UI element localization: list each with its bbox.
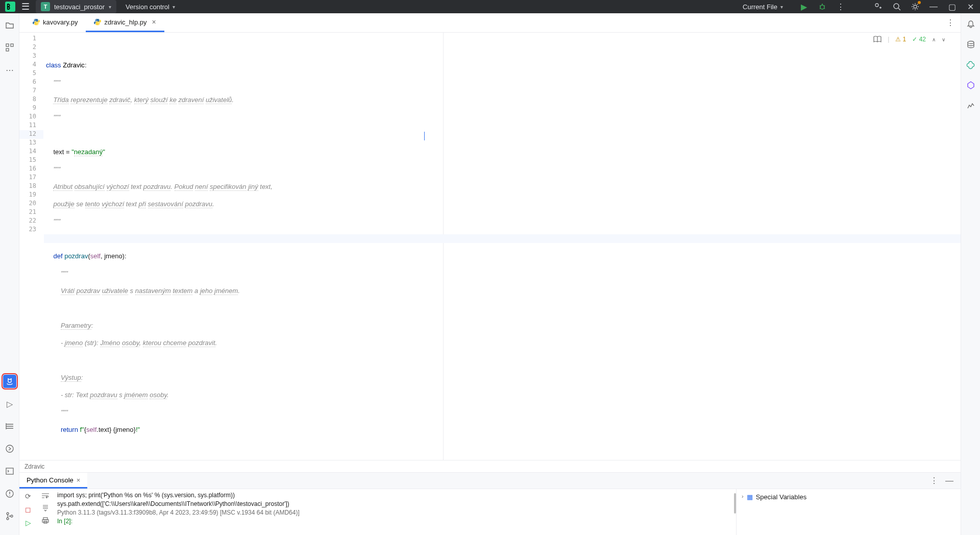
vertical-scrollbar[interactable]: [733, 489, 736, 535]
svg-point-25: [99, 24, 99, 25]
chevron-down-icon: ▾: [780, 4, 783, 10]
plugin-tool-icon[interactable]: [965, 80, 976, 91]
console-tab[interactable]: Python Console ×: [19, 473, 87, 489]
expand-chevron-icon[interactable]: ›: [27, 532, 30, 535]
settings-icon[interactable]: [911, 2, 920, 11]
run-config-label: Current File: [743, 3, 777, 11]
console-line: Python 3.11.3 (tags/v3.11.3:f3909b8, Apr…: [57, 508, 730, 517]
tab-label: zdravic_hlp.py: [104, 18, 146, 26]
console-line: import sys; print('Python %s on %s' % (s…: [57, 491, 730, 500]
svg-point-21: [11, 515, 13, 517]
stop-icon[interactable]: ◻: [25, 505, 31, 514]
svg-point-14: [6, 445, 13, 452]
run-icon[interactable]: ▶: [799, 2, 808, 11]
main-menu-icon[interactable]: ☰: [21, 1, 30, 12]
python-file-icon: [94, 18, 101, 26]
more-vertical-icon[interactable]: ⋮: [930, 476, 938, 485]
svg-rect-15: [6, 468, 13, 474]
minimize-icon[interactable]: —: [929, 2, 938, 11]
version-control-label: Version control: [126, 3, 169, 11]
debug-icon[interactable]: [818, 2, 827, 11]
svg-point-10: [914, 5, 917, 8]
run-config-selector[interactable]: Current File ▾: [743, 3, 783, 11]
close-icon[interactable]: ×: [77, 476, 81, 484]
svg-line-9: [898, 8, 900, 10]
close-icon[interactable]: ×: [152, 18, 156, 26]
python-file-icon: [33, 18, 40, 26]
vcs-tool-icon[interactable]: [3, 509, 16, 523]
svg-point-23: [37, 24, 38, 25]
svg-rect-12: [11, 44, 13, 46]
execute-icon[interactable]: ▷: [26, 519, 31, 527]
structure-tool-icon[interactable]: [3, 41, 16, 54]
editor-tabs: kavovary.py zdravic_hlp.py × ⋮: [19, 13, 961, 33]
project-selector[interactable]: T testovaci_prostor ▾: [36, 0, 116, 13]
console-tab-label: Python Console: [27, 476, 74, 484]
sciview-tool-icon[interactable]: [965, 100, 976, 111]
code-editor[interactable]: | ⚠ 1 ✓ 42 ∧ ∨ 1234567891011121314151617…: [19, 33, 961, 460]
python-console-panel: Python Console × ⋮ — ⟳ ◻ ▷ ›: [19, 472, 961, 535]
editor-breadcrumbs[interactable]: Zdravic: [19, 460, 961, 472]
chevron-right-icon[interactable]: ›: [742, 493, 744, 499]
more-vertical-icon[interactable]: ⋮: [836, 2, 845, 11]
services-tool-icon[interactable]: [3, 420, 16, 433]
expand-chevron-icon[interactable]: ›: [3, 532, 16, 535]
maximize-icon[interactable]: ▢: [947, 2, 957, 11]
search-icon[interactable]: [892, 2, 901, 11]
scroll-to-end-icon[interactable]: [42, 504, 49, 512]
tab-zdravic-hlp[interactable]: zdravic_hlp.py ×: [86, 13, 164, 32]
svg-point-1: [820, 5, 824, 9]
ide-logo: [5, 2, 15, 12]
project-letter-icon: T: [41, 2, 50, 11]
svg-line-4: [824, 6, 825, 6]
text-cursor: [424, 132, 425, 140]
editor-column: kavovary.py zdravic_hlp.py × ⋮ | ⚠ 1 ✓ 4…: [19, 13, 961, 535]
svg-point-18: [9, 495, 10, 496]
svg-point-29: [968, 41, 974, 44]
database-tool-icon[interactable]: [965, 39, 976, 50]
console-line: sys.path.extend(['C:\\Users\\karel\\Docu…: [57, 500, 730, 508]
tab-kavovary[interactable]: kavovary.py: [24, 13, 86, 32]
tab-label: kavovary.py: [43, 18, 78, 26]
svg-rect-13: [6, 48, 9, 51]
special-variables-label: Special Variables: [756, 493, 806, 501]
svg-line-6: [824, 8, 825, 9]
project-tool-icon[interactable]: [3, 18, 16, 32]
run-tool-icon[interactable]: ▷: [3, 397, 16, 410]
python-console-tool-icon[interactable]: [3, 442, 16, 455]
rerun-icon[interactable]: ⟳: [25, 492, 31, 500]
svg-point-24: [96, 19, 96, 20]
problems-tool-icon[interactable]: [3, 487, 16, 500]
more-vertical-icon[interactable]: ⋮: [946, 18, 954, 28]
right-tool-strip: [961, 13, 980, 535]
console-variables-panel[interactable]: › ▦ Special Variables: [736, 489, 961, 535]
left-tool-strip: ⋯ ▷ ›: [0, 13, 19, 535]
version-control-menu[interactable]: Version control ▾: [126, 3, 175, 11]
terminal-tool-icon[interactable]: [3, 465, 16, 478]
soft-wrap-icon[interactable]: [41, 492, 50, 499]
close-icon[interactable]: ✕: [966, 2, 975, 11]
svg-rect-11: [6, 44, 9, 46]
console-toolbar-2: [37, 489, 54, 535]
ai-assistant-icon[interactable]: [965, 59, 976, 70]
chevron-down-icon: ▾: [109, 4, 111, 10]
code-with-me-icon[interactable]: [874, 2, 883, 11]
console-prompt: In [2]:: [57, 517, 730, 526]
python-packages-tool-icon[interactable]: [3, 375, 16, 388]
print-icon[interactable]: [42, 517, 49, 524]
code-content[interactable]: class Zdravic: """ Třída reprezentuje zd…: [44, 33, 961, 460]
notifications-icon[interactable]: [965, 18, 976, 30]
more-horizontal-icon[interactable]: ⋯: [3, 63, 16, 77]
svg-line-5: [820, 8, 821, 9]
svg-line-3: [820, 6, 821, 6]
svg-point-7: [875, 4, 878, 7]
project-name-label: testovaci_prostor: [54, 3, 105, 11]
breadcrumb-item[interactable]: Zdravic: [24, 463, 44, 470]
svg-point-20: [7, 518, 9, 520]
svg-point-22: [35, 19, 35, 20]
main-area: ⋯ ▷ › kavovary.py: [0, 13, 980, 535]
console-toolbar-1: ⟳ ◻ ▷ ›: [19, 489, 37, 535]
svg-point-8: [894, 4, 899, 9]
minimize-panel-icon[interactable]: —: [945, 476, 953, 485]
console-output[interactable]: import sys; print('Python %s on %s' % (s…: [54, 489, 733, 535]
